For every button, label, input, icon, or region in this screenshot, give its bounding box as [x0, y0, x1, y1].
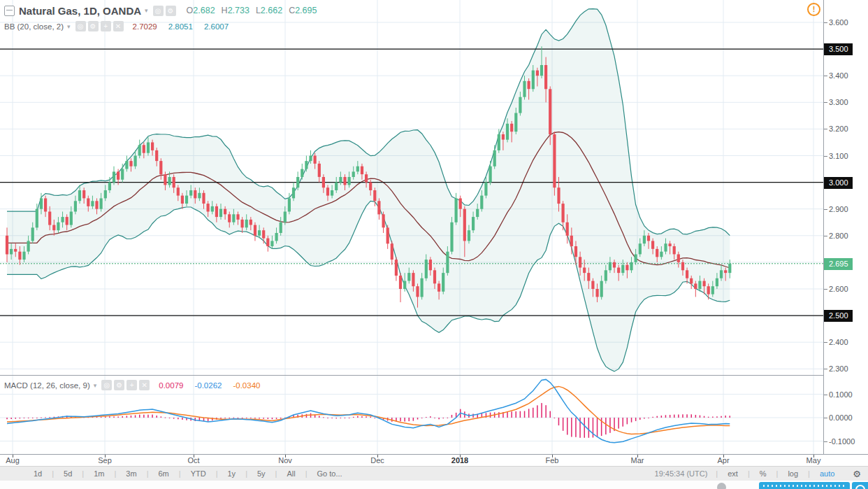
candle-body	[476, 209, 479, 217]
candle-body	[437, 283, 440, 291]
auto-scale-button[interactable]: auto	[810, 469, 844, 478]
macd-histogram-bar	[635, 418, 637, 421]
range-button-1m[interactable]: 1m	[84, 469, 114, 478]
gear-icon[interactable]: ⚙	[88, 21, 99, 31]
macd-histogram-bar	[41, 418, 42, 418]
chevron-down-icon[interactable]: ▾	[67, 23, 71, 30]
price-axis-label: 2.600	[829, 285, 848, 294]
macd-histogram-bar	[349, 418, 350, 418]
macd-histogram-bar	[541, 403, 542, 418]
macd-histogram-bar	[336, 418, 338, 418]
percent-scale-button[interactable]: %	[750, 469, 776, 478]
candle-body	[472, 217, 475, 230]
macd-histogram-bar	[6, 418, 8, 419]
time-axis[interactable]: AugSepOctNovDec2018FebMarAprMay	[0, 454, 868, 467]
candle-body	[574, 246, 577, 257]
range-button-all[interactable]: All	[277, 469, 305, 478]
delayed-data-warning-icon[interactable]: !	[807, 3, 820, 16]
candle-body	[506, 124, 509, 140]
collapse-pane-icon[interactable]	[4, 6, 15, 16]
candle-body	[125, 161, 128, 169]
candle-body	[651, 241, 654, 248]
macd-histogram-bar	[575, 418, 577, 437]
candle-body	[557, 187, 560, 204]
macd-histogram-value: 0.0079	[159, 381, 183, 390]
price-axis[interactable]: 3.6003.4003.3003.2003.1002.9002.8002.600…	[823, 0, 868, 454]
macd-histogram-bar	[695, 415, 697, 418]
candle-body	[716, 278, 718, 286]
macd-histogram-bar	[623, 418, 624, 427]
time-axis-label: Sep	[98, 456, 112, 465]
gear-icon[interactable]: ⚙	[114, 380, 124, 390]
candle-body	[617, 268, 620, 274]
cutoff-blue-widget[interactable]	[759, 482, 850, 489]
toggle-visibility-icon[interactable]: ◎	[101, 380, 112, 390]
symbol-title[interactable]: Natural Gas, 1D, OANDA	[19, 5, 141, 17]
cutoff-blue-widget-icon[interactable]	[852, 482, 868, 489]
macd-histogram-bar	[618, 418, 619, 429]
macd-indicator-label[interactable]: MACD (12, 26, close, 9)	[4, 381, 90, 390]
macd-histogram-bar	[434, 418, 435, 418]
candle-body	[681, 262, 684, 270]
add-indicator-icon[interactable]: +	[101, 21, 111, 31]
candle-body	[52, 225, 55, 231]
low-label: L	[256, 6, 261, 15]
candle-body	[91, 201, 94, 206]
macd-histogram-bar	[657, 416, 658, 418]
toggle-visibility-icon[interactable]: ◎	[153, 6, 164, 16]
log-scale-button[interactable]: log	[778, 469, 808, 478]
chevron-down-icon[interactable]: ▾	[145, 7, 148, 14]
macd-histogram-bar	[242, 418, 243, 418]
candle-body	[343, 177, 346, 185]
macd-histogram-bar	[375, 418, 376, 418]
candle-body	[164, 174, 166, 185]
add-indicator-icon[interactable]: +	[126, 380, 137, 390]
range-button-1d[interactable]: 1d	[24, 469, 52, 478]
candle-body	[391, 243, 393, 260]
candle-body	[10, 249, 13, 255]
macd-histogram-bar	[652, 417, 653, 418]
candle-body	[78, 190, 81, 201]
chart-pane-area[interactable]: Natural Gas, 1D, OANDA ▾ ◎ ⚙ O2.682H2.73…	[0, 0, 823, 454]
candle-body	[498, 134, 500, 150]
toggle-visibility-icon[interactable]: ◎	[75, 21, 86, 31]
macd-histogram-bar	[268, 418, 269, 419]
candle-body	[395, 260, 398, 276]
macd-histogram-bar	[224, 418, 226, 418]
range-button-1y[interactable]: 1y	[218, 469, 246, 478]
bb-upper-value: 2.8051	[168, 22, 193, 31]
close-icon[interactable]: ✕	[113, 21, 124, 31]
key-level-price-label: 2.500	[824, 310, 853, 322]
macd-histogram-bar	[15, 418, 17, 419]
macd-histogram-bar	[533, 408, 534, 418]
range-button-go-to[interactable]: Go to...	[308, 469, 352, 478]
chevron-down-icon[interactable]: ▾	[94, 382, 97, 389]
candle-body	[36, 209, 38, 228]
candle-body	[468, 230, 470, 241]
range-button-6m[interactable]: 6m	[149, 469, 179, 478]
macd-histogram-bar	[524, 411, 526, 418]
candle-body	[677, 255, 680, 262]
macd-line-value: -0.0262	[194, 381, 222, 390]
macd-histogram-bar	[276, 418, 277, 419]
range-button-ytd[interactable]: YTD	[181, 469, 216, 478]
range-button-3m[interactable]: 3m	[116, 469, 146, 478]
chart-properties-gear-icon[interactable]: ⚙	[844, 469, 861, 479]
close-icon[interactable]: ✕	[139, 380, 150, 390]
candle-body	[6, 236, 8, 255]
macd-histogram-bar	[588, 418, 590, 438]
key-level-price-label: 3.500	[824, 43, 853, 55]
candle-body	[352, 171, 355, 177]
candle-body	[173, 177, 175, 187]
macd-histogram-bar	[165, 418, 166, 418]
range-button-5y[interactable]: 5y	[247, 469, 275, 478]
gear-icon[interactable]: ⚙	[166, 6, 176, 16]
candle-body	[159, 161, 162, 174]
macd-histogram-bar	[101, 417, 102, 418]
ext-scale-button[interactable]: ext	[718, 469, 748, 478]
macd-histogram-bar	[631, 418, 632, 423]
bb-indicator-label[interactable]: BB (20, close, 2)	[4, 22, 64, 31]
range-button-5d[interactable]: 5d	[54, 469, 82, 478]
macd-histogram-bar	[472, 414, 474, 418]
macd-histogram-bar	[220, 418, 222, 419]
